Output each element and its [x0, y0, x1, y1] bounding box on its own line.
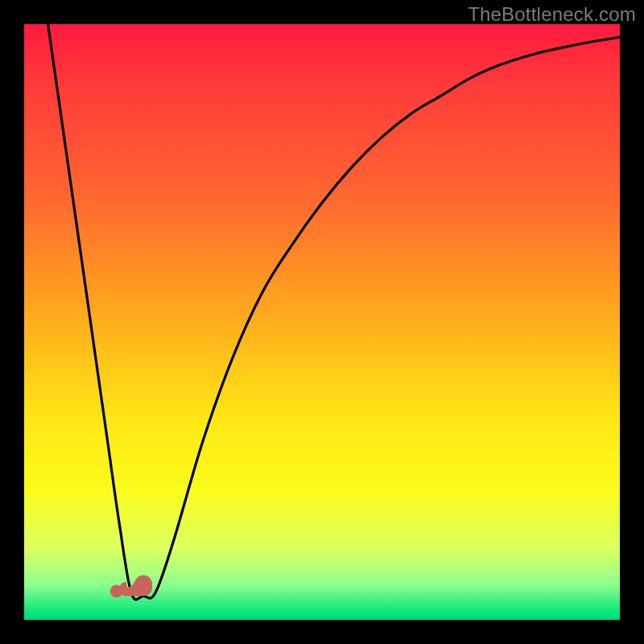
chart-frame: TheBottleneck.com	[0, 0, 644, 644]
optimal-marker	[110, 576, 152, 598]
bottleneck-curve-svg	[24, 24, 620, 620]
watermark-text: TheBottleneck.com	[468, 3, 636, 26]
optimal-marker-j	[119, 576, 152, 597]
plot-area	[24, 24, 620, 620]
bottleneck-curve-path	[48, 24, 620, 600]
